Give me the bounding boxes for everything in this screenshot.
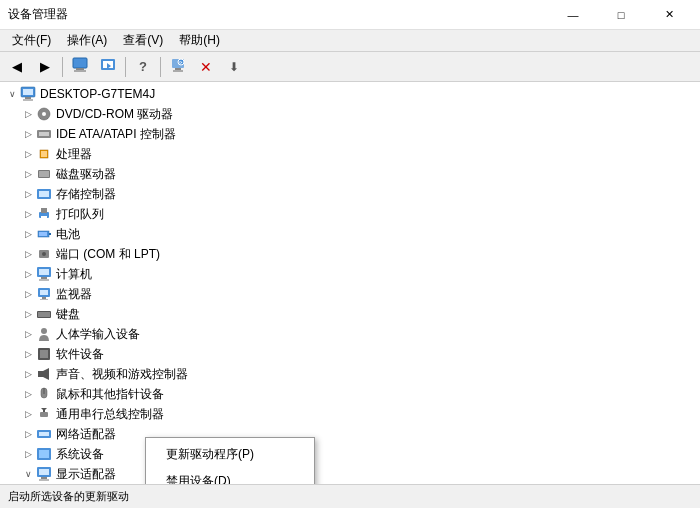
- svg-rect-13: [25, 97, 31, 99]
- disk-icon: [36, 166, 52, 182]
- expander[interactable]: ▷: [20, 206, 36, 222]
- toolbar-update[interactable]: [95, 55, 121, 79]
- toolbar-back[interactable]: ◀: [4, 55, 30, 79]
- back-icon: ◀: [12, 59, 22, 74]
- menu-bar: 文件(F) 操作(A) 查看(V) 帮助(H): [0, 30, 700, 52]
- expander[interactable]: ▷: [20, 146, 36, 162]
- expander[interactable]: ▷: [20, 306, 36, 322]
- root-label: DESKTOP-G7TEM4J: [40, 87, 155, 101]
- list-item[interactable]: ▷ 存储控制器: [0, 184, 700, 204]
- expander[interactable]: ▷: [20, 106, 36, 122]
- menu-file[interactable]: 文件(F): [4, 30, 59, 51]
- list-item[interactable]: ▷ 处理器: [0, 144, 700, 164]
- svg-point-16: [42, 112, 46, 116]
- expander[interactable]: ▷: [20, 166, 36, 182]
- svg-rect-27: [41, 216, 47, 220]
- svg-rect-39: [42, 297, 46, 299]
- keyboard-icon: [36, 306, 52, 322]
- status-text: 启动所选设备的更新驱动: [8, 489, 129, 504]
- list-item[interactable]: ▷ 声音、视频和游戏控制器: [0, 364, 700, 384]
- expander[interactable]: ▷: [20, 186, 36, 202]
- svg-point-32: [42, 252, 46, 256]
- menu-view[interactable]: 查看(V): [115, 30, 171, 51]
- svg-rect-24: [39, 191, 49, 197]
- expander[interactable]: ▷: [20, 326, 36, 342]
- svg-rect-58: [39, 469, 49, 475]
- svg-rect-26: [41, 208, 47, 213]
- list-item[interactable]: ▷ 人体学输入设备: [0, 324, 700, 344]
- close-button[interactable]: ✕: [646, 1, 692, 29]
- scan-icon: ⟳: [170, 57, 186, 76]
- expander[interactable]: ▷: [20, 406, 36, 422]
- list-item[interactable]: ▷ 软件设备: [0, 344, 700, 364]
- display-adapter-icon: [36, 466, 52, 482]
- expander[interactable]: ▷: [20, 226, 36, 242]
- toolbar-scan[interactable]: ⟳: [165, 55, 191, 79]
- monitor-icon: [36, 286, 52, 302]
- expander[interactable]: ▷: [20, 426, 36, 442]
- cpu-icon: [36, 146, 52, 162]
- tree-view[interactable]: ∨ DESKTOP-G7TEM4J ▷ DVD/CD-ROM 驱动器 ▷: [0, 82, 700, 484]
- expander[interactable]: ▷: [20, 126, 36, 142]
- toolbar-sep-3: [160, 57, 161, 77]
- expander[interactable]: ▷: [20, 386, 36, 402]
- toolbar-disable[interactable]: ✕: [193, 55, 219, 79]
- maximize-button[interactable]: □: [598, 1, 644, 29]
- toolbar-properties[interactable]: [67, 55, 93, 79]
- forward-icon: ▶: [40, 59, 50, 74]
- window-title: 设备管理器: [8, 6, 68, 23]
- expander[interactable]: ▷: [20, 446, 36, 462]
- list-item[interactable]: ▷ 监视器: [0, 284, 700, 304]
- svg-rect-45: [40, 350, 48, 358]
- svg-rect-1: [76, 68, 84, 70]
- svg-rect-34: [39, 269, 49, 275]
- menu-help[interactable]: 帮助(H): [171, 30, 228, 51]
- svg-rect-40: [40, 299, 48, 300]
- context-menu-item-update[interactable]: 更新驱动程序(P): [146, 441, 314, 468]
- list-item[interactable]: ▷ 通用串行总线控制器: [0, 404, 700, 424]
- list-item[interactable]: ▷ 端口 (COM 和 LPT): [0, 244, 700, 264]
- toolbar-help[interactable]: ?: [130, 55, 156, 79]
- expander[interactable]: ▷: [20, 286, 36, 302]
- svg-rect-38: [40, 290, 48, 295]
- context-menu: 更新驱动程序(P) 禁用设备(D) 卸载设备(U): [145, 437, 315, 484]
- hid-icon: [36, 326, 52, 342]
- expander-display[interactable]: ∨: [20, 466, 36, 482]
- list-item[interactable]: ▷ 磁盘驱动器: [0, 164, 700, 184]
- toolbar-sep-1: [62, 57, 63, 77]
- toolbar-uninstall[interactable]: ⬇: [221, 55, 247, 79]
- main-area: ∨ DESKTOP-G7TEM4J ▷ DVD/CD-ROM 驱动器 ▷: [0, 82, 700, 484]
- list-item[interactable]: ▷ DVD/CD-ROM 驱动器: [0, 104, 700, 124]
- sysdev-icon: [36, 446, 52, 462]
- list-item[interactable]: ▷ 打印队列: [0, 204, 700, 224]
- minimize-button[interactable]: —: [550, 1, 596, 29]
- expander[interactable]: ▷: [20, 266, 36, 282]
- tree-root[interactable]: ∨ DESKTOP-G7TEM4J: [0, 84, 700, 104]
- list-item[interactable]: ▷ 网络适配器: [0, 424, 700, 444]
- context-menu-item-disable[interactable]: 禁用设备(D): [146, 468, 314, 484]
- menu-action[interactable]: 操作(A): [59, 30, 115, 51]
- ide-icon: [36, 126, 52, 142]
- list-item[interactable]: ▷ 系统设备: [0, 444, 700, 464]
- svg-marker-52: [41, 408, 47, 411]
- computer-icon: [20, 86, 36, 102]
- svg-rect-46: [38, 371, 43, 377]
- list-item[interactable]: ▷ IDE ATA/ATAPI 控制器: [0, 124, 700, 144]
- list-item[interactable]: ▷ 鼠标和其他指针设备: [0, 384, 700, 404]
- svg-rect-50: [40, 412, 48, 417]
- print-icon: [36, 206, 52, 222]
- toolbar-forward[interactable]: ▶: [32, 55, 58, 79]
- svg-rect-18: [39, 132, 49, 136]
- expander[interactable]: ▷: [20, 366, 36, 382]
- expander[interactable]: ▷: [20, 246, 36, 262]
- list-item[interactable]: ∨ 显示适配器: [0, 464, 700, 484]
- list-item[interactable]: ▷ 计算机: [0, 264, 700, 284]
- list-item[interactable]: ▷ 键盘: [0, 304, 700, 324]
- root-expander[interactable]: ∨: [4, 86, 20, 102]
- port-icon: [36, 246, 52, 262]
- expander[interactable]: ▷: [20, 346, 36, 362]
- list-item[interactable]: ▷ 电池: [0, 224, 700, 244]
- svg-rect-12: [23, 89, 33, 95]
- svg-rect-60: [39, 479, 49, 481]
- sound-icon: [36, 366, 52, 382]
